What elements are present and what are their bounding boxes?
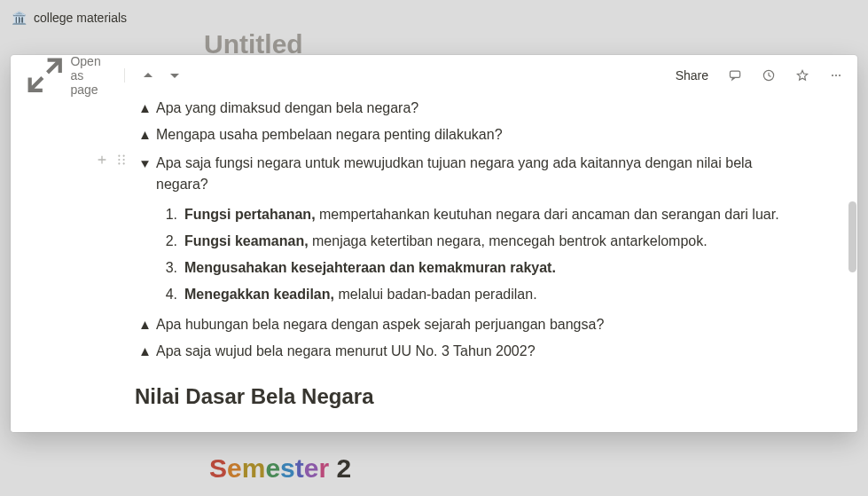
svg-point-7 bbox=[118, 159, 120, 161]
toggle-text[interactable]: Apa hubungan bela negara dengan aspek se… bbox=[156, 317, 604, 332]
page-heading-semester: Semester 2 bbox=[209, 453, 351, 484]
toggle-text[interactable]: Apa saja fungsi negara untuk mewujudkan … bbox=[156, 155, 753, 192]
toggle-block[interactable]: Apa hubungan bela negara dengan aspek se… bbox=[135, 311, 804, 338]
expand-icon bbox=[25, 55, 65, 95]
share-button[interactable]: Share bbox=[670, 65, 714, 86]
nav-prev-button[interactable] bbox=[136, 63, 160, 88]
speech-bubble-icon bbox=[728, 68, 742, 83]
toggle-text[interactable]: Apa yang dimaksud dengan bela negara? bbox=[156, 100, 418, 115]
toggle-block[interactable]: Apa yang dimaksud dengan bela negara? bbox=[135, 95, 804, 122]
open-as-page-label: Open as page bbox=[70, 55, 108, 97]
toggle-block[interactable]: Apa saja wujud bela negara menurut UU No… bbox=[135, 338, 804, 365]
toggle-text[interactable]: Apa saja wujud bela negara menurut UU No… bbox=[156, 343, 536, 358]
toggle-block[interactable]: Mengapa usaha pembelaan negara penting d… bbox=[135, 122, 804, 148]
svg-rect-0 bbox=[730, 71, 739, 77]
text: menjaga ketertiban negara, mencegah bent… bbox=[309, 233, 708, 248]
text: melalui badan-badan peradilan. bbox=[334, 287, 537, 302]
nav-next-button[interactable] bbox=[162, 63, 187, 88]
list-item[interactable]: 1. Fungsi pertahanan, mempertahankan keu… bbox=[156, 201, 804, 228]
favorite-button[interactable] bbox=[790, 63, 815, 88]
open-as-page-button[interactable]: Open as page bbox=[20, 55, 113, 100]
modal-body: Apa yang dimaksud dengan bela negara? Me… bbox=[11, 95, 857, 432]
svg-point-10 bbox=[123, 162, 125, 164]
list-item[interactable]: 2. Fungsi keamanan, menjaga ketertiban n… bbox=[156, 228, 804, 255]
toggle-block-expanded[interactable]: Apa saja fungsi negara untuk mewujudkan … bbox=[135, 150, 804, 311]
star-icon bbox=[795, 68, 809, 83]
list-item[interactable]: 4. Menegakkan keadilan, melalui badan-ba… bbox=[156, 281, 804, 308]
toggle-triangle-icon[interactable] bbox=[135, 315, 154, 335]
scrollbar-vertical[interactable] bbox=[848, 201, 856, 272]
divider bbox=[124, 68, 125, 83]
bold-text: Mengusahakan kesejahteraan dan kemakmura… bbox=[184, 260, 556, 275]
list-item[interactable]: 3. Mengusahakan kesejahteraan dan kemakm… bbox=[156, 255, 804, 281]
toggle-triangle-icon[interactable] bbox=[135, 98, 154, 118]
chevron-down-icon bbox=[168, 68, 182, 83]
add-block-button[interactable] bbox=[93, 150, 111, 169]
more-button[interactable] bbox=[824, 63, 848, 88]
bold-text: Fungsi keamanan, bbox=[184, 233, 309, 248]
svg-point-3 bbox=[835, 74, 837, 75]
list-number: 1. bbox=[158, 204, 177, 225]
svg-point-8 bbox=[123, 159, 125, 161]
peek-modal: Open as page Share bbox=[11, 55, 857, 432]
svg-point-9 bbox=[118, 162, 120, 164]
clock-icon bbox=[762, 68, 776, 83]
heading-2[interactable]: Nilai Dasar Bela Negara bbox=[133, 365, 804, 416]
bold-text: Menegakkan keadilan, bbox=[184, 287, 334, 302]
svg-point-2 bbox=[832, 74, 833, 75]
updates-button[interactable] bbox=[756, 63, 781, 88]
drag-handle-icon bbox=[115, 154, 128, 166]
numbered-list[interactable]: 1. Fungsi pertahanan, mempertahankan keu… bbox=[156, 198, 804, 311]
bold-text: Fungsi pertahanan, bbox=[184, 207, 316, 222]
modal-toolbar: Open as page Share bbox=[11, 55, 857, 95]
breadcrumb-text: college materials bbox=[34, 11, 127, 25]
text: mempertahankan keutuhan negara dari anca… bbox=[316, 207, 779, 222]
drag-handle[interactable] bbox=[113, 150, 130, 169]
content-area[interactable]: Apa yang dimaksud dengan bela negara? Me… bbox=[135, 95, 804, 432]
block-gutter bbox=[93, 150, 130, 169]
toggle-triangle-icon[interactable] bbox=[135, 342, 154, 361]
toggle-triangle-icon[interactable] bbox=[135, 154, 154, 173]
comments-button[interactable] bbox=[723, 63, 747, 88]
dots-horizontal-icon bbox=[829, 68, 843, 83]
toggle-text[interactable]: Mengapa usaha pembelaan negara penting d… bbox=[156, 127, 503, 142]
list-number: 2. bbox=[158, 231, 177, 252]
list-number: 3. bbox=[158, 257, 177, 279]
svg-point-6 bbox=[123, 155, 125, 157]
breadcrumb[interactable]: 🏛️ college materials bbox=[0, 0, 868, 35]
chevron-up-icon bbox=[141, 68, 155, 83]
page-icon: 🏛️ bbox=[11, 10, 27, 26]
plus-icon bbox=[96, 154, 108, 166]
toggle-triangle-icon[interactable] bbox=[135, 125, 154, 145]
svg-point-4 bbox=[839, 74, 841, 75]
list-number: 4. bbox=[158, 284, 177, 305]
svg-point-5 bbox=[118, 155, 120, 157]
